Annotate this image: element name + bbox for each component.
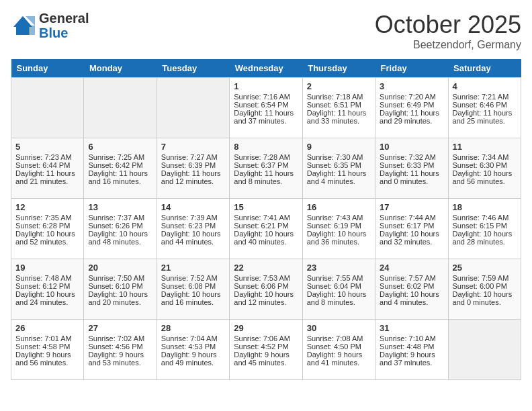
day-info: Sunset: 6:35 PM [307,161,371,169]
day-info: Daylight: 9 hours [88,351,152,359]
day-info: and 25 minutes. [453,117,517,125]
day-number: 4 [453,81,517,91]
calendar-cell: 24Sunrise: 7:57 AMSunset: 6:02 PMDayligh… [375,259,448,320]
logo-general: General [39,11,89,26]
day-info: Sunrise: 7:16 AM [234,93,298,101]
day-info: Sunset: 6:02 PM [380,282,443,290]
day-number: 30 [307,323,371,333]
day-info: Daylight: 11 hours [15,169,79,177]
day-info: Sunrise: 7:02 AM [88,334,152,342]
day-info: Sunrise: 7:50 AM [88,274,152,282]
day-info: Daylight: 10 hours [453,230,517,238]
day-info: Sunset: 6:37 PM [234,161,298,169]
calendar-cell: 7Sunrise: 7:27 AMSunset: 6:39 PMDaylight… [157,138,229,199]
day-number: 22 [234,263,298,273]
day-number: 27 [88,323,152,333]
day-info: and 8 minutes. [234,177,298,185]
day-info: and 33 minutes. [307,117,371,125]
calendar-cell: 29Sunrise: 7:06 AMSunset: 4:52 PMDayligh… [230,320,302,380]
day-info: Sunrise: 7:37 AM [88,214,152,222]
day-info: Sunrise: 7:46 AM [453,214,517,222]
page-header: General Blue October 2025 Beetzendorf, G… [11,11,521,51]
calendar-cell: 6Sunrise: 7:25 AMSunset: 6:42 PMDaylight… [84,138,157,199]
day-info: Sunset: 6:10 PM [88,282,152,290]
calendar-cell: 9Sunrise: 7:30 AMSunset: 6:35 PMDaylight… [302,138,375,199]
day-info: and 12 minutes. [234,298,298,306]
day-info: Sunrise: 7:35 AM [15,214,79,222]
day-info: Sunset: 6:23 PM [161,222,225,230]
calendar-cell: 21Sunrise: 7:52 AMSunset: 6:08 PMDayligh… [157,259,229,320]
day-info: Daylight: 10 hours [88,230,152,238]
day-info: Daylight: 10 hours [307,230,371,238]
day-number: 2 [307,81,371,91]
day-info: Daylight: 9 hours [15,351,79,359]
day-info: Sunrise: 7:32 AM [380,153,443,161]
day-info: Daylight: 9 hours [161,351,225,359]
day-info: Sunrise: 7:30 AM [307,153,371,161]
logo-icon [11,13,35,38]
day-info: Daylight: 9 hours [307,351,371,359]
day-info: Sunset: 6:30 PM [453,161,517,169]
day-info: and 40 minutes. [234,238,298,246]
day-info: Sunset: 6:19 PM [307,222,371,230]
day-info: and 8 minutes. [307,298,371,306]
day-info: Daylight: 10 hours [307,290,371,298]
day-info: Sunset: 6:46 PM [453,101,517,109]
calendar-cell: 28Sunrise: 7:04 AMSunset: 4:53 PMDayligh… [157,320,229,380]
day-number: 3 [380,81,443,91]
day-info: Sunrise: 7:06 AM [234,334,298,342]
day-info: and 12 minutes. [161,177,225,185]
day-info: and 20 minutes. [88,298,152,306]
calendar-cell: 13Sunrise: 7:37 AMSunset: 6:26 PMDayligh… [84,199,157,259]
calendar-cell: 1Sunrise: 7:16 AMSunset: 6:54 PMDaylight… [230,78,302,138]
day-info: and 29 minutes. [380,117,443,125]
day-number: 8 [234,142,298,152]
day-info: Daylight: 10 hours [15,290,79,298]
day-info: Sunrise: 7:25 AM [88,153,152,161]
day-number: 11 [453,142,517,152]
month-title: October 2025 [375,11,521,39]
calendar-cell: 10Sunrise: 7:32 AMSunset: 6:33 PMDayligh… [375,138,448,199]
calendar-cell: 18Sunrise: 7:46 AMSunset: 6:15 PMDayligh… [448,199,521,259]
weekday-header-monday: Monday [84,59,157,78]
day-info: and 21 minutes. [15,177,79,185]
day-info: Daylight: 9 hours [380,351,443,359]
week-row-5: 26Sunrise: 7:01 AMSunset: 4:58 PMDayligh… [11,320,521,380]
day-info: Sunrise: 7:34 AM [453,153,517,161]
day-info: and 56 minutes. [15,359,79,367]
calendar-cell: 4Sunrise: 7:21 AMSunset: 6:46 PMDaylight… [448,78,521,138]
day-number: 17 [380,202,443,212]
day-info: Daylight: 10 hours [88,290,152,298]
calendar-cell: 25Sunrise: 7:59 AMSunset: 6:00 PMDayligh… [448,259,521,320]
day-info: Sunset: 4:50 PM [307,342,371,351]
day-info: Sunrise: 7:27 AM [161,153,225,161]
day-info: Sunset: 6:06 PM [234,282,298,290]
day-number: 31 [380,323,443,333]
day-info: Sunset: 6:42 PM [88,161,152,169]
weekday-header-sunday: Sunday [11,59,84,78]
day-info: Sunset: 4:56 PM [88,342,152,351]
weekday-header-saturday: Saturday [448,59,521,78]
logo-blue: Blue [39,26,89,40]
day-info: and 56 minutes. [453,177,517,185]
day-info: Daylight: 11 hours [161,169,225,177]
day-info: Daylight: 10 hours [15,230,79,238]
calendar-cell: 19Sunrise: 7:48 AMSunset: 6:12 PMDayligh… [11,259,84,320]
calendar-cell [11,78,84,138]
week-row-3: 12Sunrise: 7:35 AMSunset: 6:28 PMDayligh… [11,199,521,259]
day-info: Sunset: 6:12 PM [15,282,79,290]
day-info: Daylight: 10 hours [380,230,443,238]
day-info: Sunrise: 7:53 AM [234,274,298,282]
day-info: and 36 minutes. [307,238,371,246]
day-info: Sunset: 6:21 PM [234,222,298,230]
day-number: 20 [88,263,152,273]
day-info: Daylight: 10 hours [161,290,225,298]
day-info: Sunrise: 7:20 AM [380,93,443,101]
day-info: and 44 minutes. [161,238,225,246]
day-info: and 4 minutes. [307,177,371,185]
calendar: SundayMondayTuesdayWednesdayThursdayFrid… [11,59,521,380]
day-number: 13 [88,202,152,212]
day-info: and 37 minutes. [380,359,443,367]
day-info: Sunset: 6:26 PM [88,222,152,230]
day-info: and 41 minutes. [307,359,371,367]
